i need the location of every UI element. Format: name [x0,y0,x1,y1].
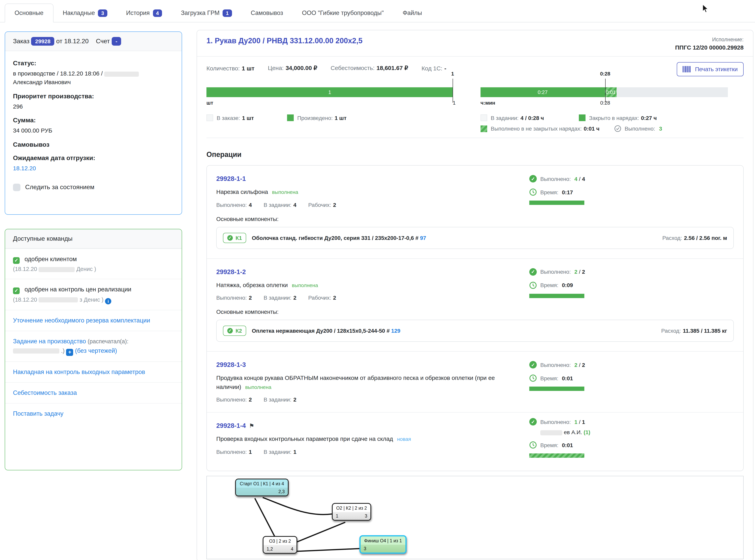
command-create-task: Поставить задачу [5,403,182,424]
legend-swatch-light [206,115,213,121]
operation-link[interactable]: 29928-1-4 [216,422,246,429]
quantity-produced-segment: 1 [206,87,453,97]
command-production-task: Задание на производство (распечатал(а): … [5,331,182,361]
check-circle-icon: ✓ [529,175,537,182]
redacted-text [540,430,562,435]
operation-status: выполнена [272,189,298,195]
product-header: 1. Рукав Ду200 / РНВД 331.12.00.00 200x2… [197,30,753,57]
operations-list: 29928-1-1 Нарезка сильфона выполнена Вып… [206,165,743,471]
tab-count-badge: 3 [98,9,107,17]
status-label: Статус: [13,60,174,67]
sum-label: Сумма: [13,117,174,124]
follow-state-row: Следить за состоянием [13,184,174,191]
component-stock-link[interactable]: 129 [391,327,401,334]
operation-stats: Выполнено:2 В задании:2 [216,396,734,403]
tab-main[interactable]: Основные [5,3,53,22]
component-stock-link[interactable]: 97 [420,235,426,241]
info-icon[interactable]: i [105,298,111,304]
operation-progress: ✓Выполнено:4 / 4 Время:0:17 [529,175,734,205]
pickup-label: Самовывоз [13,141,174,148]
component-badge[interactable]: ✓К2 [223,326,246,336]
plus-icon[interactable]: + [66,349,73,356]
operation-name: Проверка входных контрольных параметров … [216,435,507,443]
ship-date-link[interactable]: 18.12.20 [13,165,36,172]
order-page: Основные Накладные3 История4 Загрузка ГР… [0,0,755,560]
check-icon: ✓ [13,288,20,294]
tab-files[interactable]: Файлы [393,4,432,22]
meta-text: .) [61,348,65,354]
operation-progress: ✓Выполнено:2 / 2 Время:0:09 [529,268,734,298]
component-usage: Расход:2.56 / 2.56 пог. м [662,235,727,241]
time-unit: ч:мин [481,100,495,106]
operation-link[interactable]: 29928-1-1 [216,175,246,182]
check-icon: ✓ [13,257,20,264]
operation-link[interactable]: 29928-1-2 [216,268,246,275]
reserve-clarification-link[interactable]: Уточнение необходимого резерва комплекта… [13,317,150,324]
tab-bar: Основные Накладные3 История4 Загрузка ГР… [0,0,755,22]
tab-grm-load[interactable]: Загрузка ГРМ1 [171,4,241,22]
order-cost-link[interactable]: Себестоимость заказа [13,389,77,396]
clock-icon [529,441,537,449]
barcode-icon [683,66,692,72]
order-number-badge[interactable]: 29928 [31,37,55,46]
no-drawings-link[interactable]: (без чертежей) [75,347,117,354]
tab-label: ООО "Гибкие трубопроводы" [302,9,384,17]
clock-icon [529,281,537,289]
priority-label: Приоритет производства: [13,93,174,100]
print-label-button[interactable]: Печать этикетки [677,62,743,76]
operation-row: 29928-1-4⚑ Проверка входных контрольных … [207,412,743,471]
tab-count-badge: 1 [223,9,232,17]
component-row: ✓К1 Оболочка станд. гибкости Ду200, сери… [216,227,734,249]
legend-swatch-striped [481,125,487,132]
invoice-badge[interactable]: - [111,37,121,46]
create-task-link[interactable]: Поставить задачу [13,410,63,417]
legend-swatch-green [579,115,586,121]
command-approved-price-control: ✓ одобрен на контроль цен реализации (18… [5,279,182,310]
command-label: одобрен клиентом [25,256,77,262]
quantity-tick-top-label: 1 [441,71,464,77]
quantity-tick-bottom-label: 1 [442,100,466,106]
components-label: Основные компоненты: [216,216,734,222]
status-value: в производстве / 18.12.20 18:06 / Алекса… [13,69,174,86]
component-row: ✓К2 Оплетка нержавеющая Ду200 / 128x15x0… [216,320,734,342]
clock-icon [529,374,537,382]
command-meta: (18.12.20 з Денис ) i [13,295,174,304]
tab-company[interactable]: ООО "Гибкие трубопроводы" [292,4,393,22]
legend-row-1: В заказе:1 шт Произведено:1 шт В задании… [206,115,743,121]
time-tick-bottom-label: 0:28 [593,100,617,106]
tab-pickup[interactable]: Самовывоз [241,4,292,22]
tab-invoices[interactable]: Накладные3 [53,4,117,22]
order-summary-card: Заказ 29928 от 18.12.20 Счет - Статус: в… [5,32,182,215]
product-card: 1. Рукав Ду200 / РНВД 331.12.00.00 200x2… [197,30,753,560]
output-params-link[interactable]: Накладная на контроль выходных параметро… [13,368,145,375]
operation-status: выполнена [292,282,318,288]
command-meta: (18.12.20 Денис ) [13,265,174,274]
production-task-link[interactable]: Задание на производство [13,338,86,344]
operation-progress: ✓Выполнено:2 / 2 Время:0:01 [529,361,734,391]
operation-worker: ев А.И. (1) [540,429,734,435]
tab-label: Самовывоз [251,9,283,17]
tab-history[interactable]: История4 [117,4,171,22]
ship-date-row: 18.12.20 [13,164,174,173]
order-date: от 18.12.20 [56,38,89,44]
tab-count-badge: 4 [153,9,162,17]
operation-row: 29928-1-2 Натяжка, обрезка оплетки выпол… [207,258,743,351]
bar-legends: В заказе:1 шт Произведено:1 шт В задании… [206,115,743,132]
product-title-link[interactable]: 1. Рукав Ду200 / РНВД 331.12.00.00 200x2… [206,37,363,45]
diagram-node-start: Старт O1 | К1 | 4 из 4 2,3 [235,478,289,496]
operation-link[interactable]: 29928-1-3 [216,361,246,368]
diagram-node-o2: O2 | К2 | 2 из 2 13 [332,503,371,520]
command-order-cost: Себестоимость заказа [5,382,182,403]
printed-by-label: (распечатал(а): [88,338,128,344]
legend-closed-orders: Закрыто в нарядах:0:27 ч [579,115,657,121]
time-tick-top-label: 0:28 [593,71,617,77]
check-circle-icon: ✓ [529,361,537,368]
stat-qty: Количество:1 шт [206,65,254,72]
operation-time-bar [529,294,584,298]
follow-checkbox[interactable] [13,184,20,191]
component-badge[interactable]: ✓К1 [223,233,246,243]
tab-label: Загрузка ГРМ [181,9,220,17]
operation-progress: ✓Выполнено:1 / 1 ев А.И. (1) Время:0:01 [529,418,734,458]
operation-name: Нарезка сильфона выполнена [216,187,507,196]
legend-in-order: В заказе:1 шт [206,115,287,121]
